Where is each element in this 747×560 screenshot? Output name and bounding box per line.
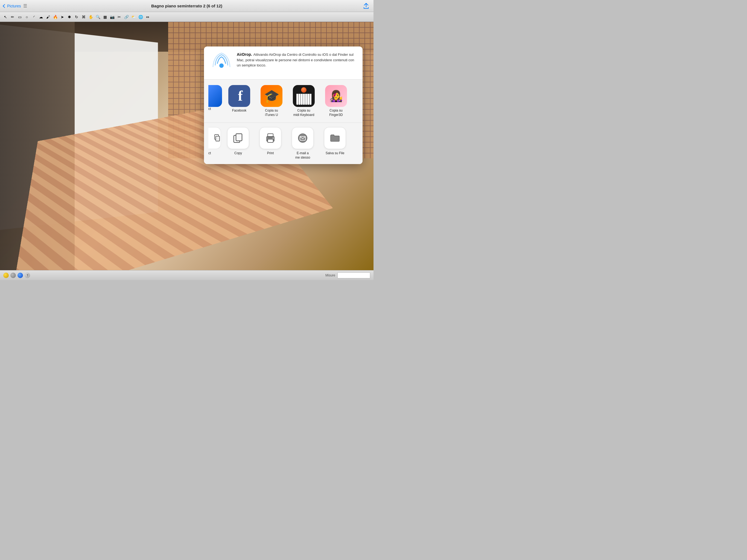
list-icon[interactable]: ☰ (23, 3, 27, 8)
actions-row: ct Copy (204, 123, 363, 164)
airdrop-icon (210, 52, 232, 74)
tool-star[interactable]: ✱ (66, 14, 73, 20)
tool-paint[interactable]: 🖌 (45, 14, 51, 20)
tool-arc[interactable]: ◜ (31, 14, 37, 20)
nav-left: Pictures ☰ (3, 3, 27, 8)
tool-move[interactable]: ✋ (87, 14, 94, 20)
tool-chain[interactable]: 🔗 (123, 14, 130, 20)
status-circle-yellow[interactable] (3, 273, 9, 278)
airdrop-title: AirDrop. (237, 52, 252, 57)
airdrop-text: AirDrop. Attivando AirDrop da Centro di … (237, 52, 356, 68)
copy-button[interactable] (227, 127, 249, 149)
app-item-finger3d[interactable]: 👩‍🎤 Copia suFinger3D (321, 85, 351, 117)
tool-scissors[interactable]: ✂ (116, 14, 123, 20)
tool-magnify[interactable]: 🔍 (95, 14, 101, 20)
email-icon (297, 133, 308, 144)
chevron-left-icon (3, 4, 6, 8)
status-circle-help[interactable]: ? (25, 273, 30, 278)
graduation-cap-icon: 🎓 (264, 88, 279, 103)
facebook-f-letter: f (238, 89, 242, 103)
svg-point-8 (273, 137, 274, 138)
partial-action-item[interactable]: ct (208, 127, 221, 155)
copy-label: Copy (234, 151, 242, 156)
savefile-button[interactable] (324, 127, 346, 149)
print-label: Print (267, 151, 274, 156)
page-title: Bagno piano seminterrato 2 (6 of 12) (151, 4, 222, 8)
tool-eraser[interactable]: 🔥 (52, 14, 58, 20)
partial-app-item[interactable]: ct (208, 85, 222, 111)
itunes-label: Copia suiTunes U (265, 108, 278, 117)
folder-icon (330, 133, 340, 144)
svg-rect-4 (236, 134, 242, 141)
status-bar: ? Misure (0, 270, 374, 280)
tool-pencil[interactable]: ✏ (9, 14, 16, 20)
svg-rect-7 (268, 139, 273, 143)
piano-white-key (299, 94, 301, 105)
midi-icon (293, 85, 315, 107)
tool-arrow[interactable]: ➤ (59, 14, 66, 20)
tool-refresh[interactable]: ↻ (73, 14, 80, 20)
tool-lasso[interactable]: ⌘ (80, 14, 87, 20)
print-button[interactable] (259, 127, 281, 149)
finger3d-label: Copia suFinger3D (329, 108, 343, 117)
finger3d-icon: 👩‍🎤 (325, 85, 347, 107)
status-right: Misure (325, 272, 370, 278)
title-bar: Pictures ☰ Bagno piano seminterrato 2 (6… (0, 0, 374, 12)
tool-cloud[interactable]: ☁ (38, 14, 44, 20)
status-circle-blue[interactable] (18, 273, 23, 278)
app-item-itunes[interactable]: 🎓 Copia suiTunes U (256, 85, 287, 117)
piano-white-key (301, 94, 303, 105)
email-label: E-mail ame stesso (295, 151, 310, 160)
midi-ball-light (301, 87, 307, 93)
tool-move2[interactable]: ⇔ (145, 14, 151, 20)
tool-cloud2[interactable]: ⛅ (130, 14, 137, 20)
midi-label: Copia sumidi Keyboard (293, 108, 314, 117)
tool-cursor[interactable]: ↖ (2, 14, 9, 20)
facebook-icon: f (228, 85, 250, 107)
piano-white-key (305, 94, 307, 105)
piano-white-key (297, 94, 298, 105)
apps-row: ct f Facebook 🎓 Copia suiTunes U (204, 80, 363, 123)
partial-action-label: ct (208, 151, 211, 155)
email-button[interactable] (292, 127, 314, 149)
svg-point-9 (298, 134, 307, 143)
app-item-facebook[interactable]: f Facebook (224, 85, 254, 113)
back-label[interactable]: Pictures (7, 4, 21, 8)
action-item-print[interactable]: Print (255, 127, 285, 156)
partial-action-btn (208, 127, 221, 149)
facebook-label: Facebook (232, 108, 247, 113)
toolbar: ↖ ✏ ▭ ○ ◜ ☁ 🖌 🔥 ➤ ✱ ↻ ⌘ ✋ 🔍 ▦ 📷 ✂ 🔗 ⛅ 🌐 … (0, 12, 374, 22)
app-item-midi[interactable]: Copia sumidi Keyboard (289, 85, 319, 117)
partial-icon (208, 85, 222, 107)
misure-input[interactable] (337, 272, 370, 278)
tool-shapes[interactable]: ▦ (102, 14, 108, 20)
svg-point-0 (219, 63, 224, 68)
misure-label: Misure (325, 274, 335, 277)
airdrop-section: AirDrop. Attivando AirDrop da Centro di … (204, 47, 363, 80)
action-item-copy[interactable]: Copy (223, 127, 253, 156)
title-bar-right (363, 3, 369, 9)
tool-camera[interactable]: 📷 (109, 14, 115, 20)
piano-white-key (310, 94, 311, 105)
itunes-icon: 🎓 (261, 85, 282, 107)
action-item-email[interactable]: E-mail ame stesso (288, 127, 318, 160)
status-circle-gray[interactable] (10, 273, 16, 278)
main-content: AirDrop. Attivando AirDrop da Centro di … (0, 22, 374, 270)
tool-globe[interactable]: 🌐 (137, 14, 144, 20)
back-button[interactable]: Pictures (3, 4, 21, 8)
copy-icon (233, 133, 243, 144)
finger3d-character: 👩‍🎤 (329, 90, 343, 103)
share-panel: AirDrop. Attivando AirDrop da Centro di … (204, 47, 363, 164)
piano-keys-wrapper (297, 87, 311, 105)
tool-circle[interactable]: ○ (24, 14, 30, 20)
share-icon[interactable] (363, 3, 369, 9)
action-item-savefile[interactable]: Salva su File (320, 127, 350, 156)
savefile-label: Salva su File (326, 151, 344, 156)
piano-white-key (307, 94, 309, 105)
svg-rect-2 (216, 136, 220, 141)
print-icon (265, 133, 276, 144)
tool-rectangle[interactable]: ▭ (17, 14, 23, 20)
airdrop-icon-container (210, 52, 232, 74)
piano-white-key (303, 94, 305, 105)
airdrop-description: Attivando AirDrop da Centro di Controllo… (237, 52, 354, 67)
